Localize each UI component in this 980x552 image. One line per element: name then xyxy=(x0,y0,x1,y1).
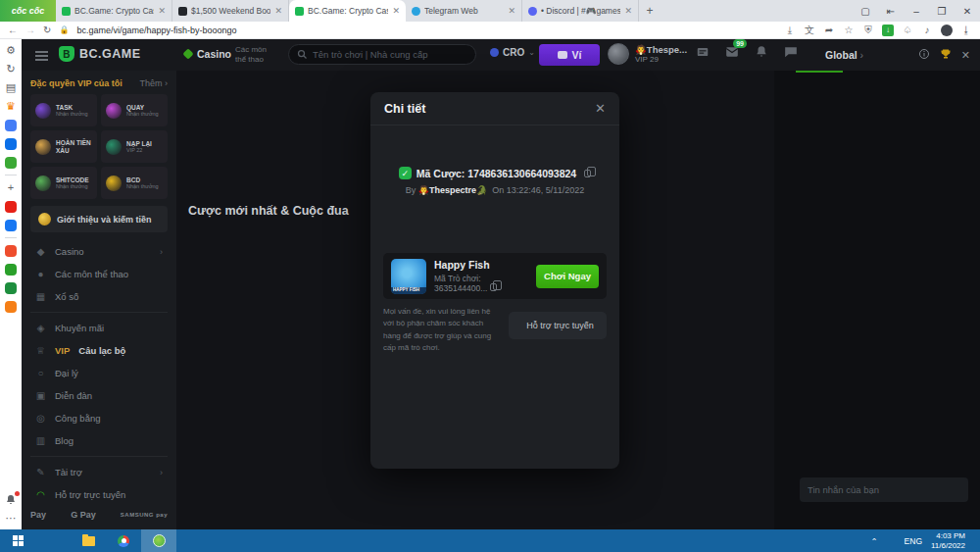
tab-close-icon[interactable]: ✕ xyxy=(158,6,166,16)
promo-card-quay[interactable]: QUAYNhận thưởng xyxy=(101,94,168,126)
reading-list-icon[interactable]: ▤ xyxy=(5,81,18,94)
language-indicator[interactable]: ENG xyxy=(905,536,922,546)
downloads-icon[interactable]: ⭳ xyxy=(960,25,972,36)
cart-icon[interactable] xyxy=(5,300,18,313)
sidebar-item-khuyến-mãi[interactable]: ◈Khuyến mãi xyxy=(30,317,168,339)
browser-tab[interactable]: $1,500 Weekend Booongo M✕ xyxy=(172,0,289,22)
browser-tab[interactable]: Telegram Web✕ xyxy=(406,0,522,22)
minimize-button[interactable]: – xyxy=(904,6,929,17)
chat-input-box[interactable] xyxy=(800,477,968,502)
crown-icon[interactable]: ♛ xyxy=(5,100,18,113)
star-icon[interactable]: ☆ xyxy=(843,25,855,36)
browser-tab[interactable]: • Discord | #🎮games | BC G✕ xyxy=(522,0,639,22)
zalo-icon[interactable] xyxy=(5,137,18,150)
browser-tab[interactable]: BC.Game: Crypto Casino Gan✕ xyxy=(56,0,172,22)
menu-icon[interactable] xyxy=(35,51,48,63)
promo-card-bcd[interactable]: BCDNhận thưởng xyxy=(101,167,168,199)
copy-icon[interactable] xyxy=(584,170,591,177)
coccoc-logo[interactable]: cốc cốc xyxy=(0,0,56,22)
chat-room-selector[interactable]: Global › xyxy=(825,49,863,61)
back-icon[interactable]: ← xyxy=(8,25,18,35)
add-icon[interactable]: + xyxy=(5,181,18,194)
sidebar-item-công-bằng[interactable]: ◎Công bằng xyxy=(30,407,168,429)
settings-icon[interactable]: ⚙ xyxy=(5,44,18,57)
sidebar-item-blog[interactable]: ▥Blog xyxy=(30,429,168,452)
sidebar-item-đại-lý[interactable]: ○Đại lý xyxy=(30,362,168,384)
file-explorer-icon[interactable] xyxy=(71,529,106,552)
currency-selector[interactable]: CRO⌄ xyxy=(490,47,535,58)
game-search[interactable] xyxy=(288,44,476,65)
promo-card-hoàn-tiền-xấu[interactable]: HOÀN TIỀN XẤU xyxy=(30,130,97,163)
facebook-icon[interactable] xyxy=(5,219,18,231)
sidebar-item-các-môn-thể-thao[interactable]: ●Các môn thể thao xyxy=(30,263,168,285)
nav-casino[interactable]: Casino xyxy=(184,48,231,60)
referral-banner[interactable]: Giới thiệu và kiếm tiền xyxy=(30,206,168,232)
url-text[interactable]: bc.game/vi/game/happy-fish-by-booongo xyxy=(76,25,236,35)
vip-perks-more[interactable]: Thêm › xyxy=(139,78,168,88)
wallet-button[interactable]: Ví xyxy=(539,44,600,66)
sidebar-item-diễn-đàn[interactable]: ▣Diễn đàn xyxy=(30,384,168,407)
close-button[interactable]: ✕ xyxy=(955,6,980,17)
more-icon[interactable]: ⋯ xyxy=(5,512,18,525)
browser-tab[interactable]: BC.Game: Crypto Casino Gan✕ xyxy=(289,0,406,22)
share-icon[interactable]: ➦ xyxy=(823,25,835,36)
promo-card-task[interactable]: TASKNhận thưởng xyxy=(30,94,97,126)
tab-close-icon[interactable]: ✕ xyxy=(624,6,632,16)
profile-avatar[interactable] xyxy=(941,25,953,36)
tab-close-icon[interactable]: ✕ xyxy=(508,6,515,16)
gift-icon[interactable] xyxy=(5,263,18,276)
maximize-button[interactable]: ❐ xyxy=(929,6,955,17)
chat-close-icon[interactable]: ✕ xyxy=(961,49,970,62)
save-page-icon[interactable]: ⤓ xyxy=(784,25,796,36)
sidebar-item-hỗ-trợ-trực-tuyến[interactable]: ◠Hỗ trợ trực tuyến xyxy=(30,483,168,506)
promo-card-shitcode[interactable]: SHITCODENhận thưởng xyxy=(30,167,97,199)
nav-sports[interactable]: Các môn thể thao xyxy=(235,45,276,65)
tab-close-icon[interactable]: ✕ xyxy=(392,6,400,16)
shopee-icon[interactable] xyxy=(5,244,18,257)
sidebar-item-tài-trợ[interactable]: ✎Tài trợ› xyxy=(30,461,168,483)
leaf-icon[interactable] xyxy=(5,281,18,294)
new-tab-button[interactable]: + xyxy=(639,0,661,22)
coccoc-taskbar-icon[interactable] xyxy=(141,529,176,552)
bet-author[interactable]: 🧛Thespectre🐊 xyxy=(418,185,487,195)
youtube-icon[interactable] xyxy=(5,200,18,213)
sidebar-item-câu-lạc-bộ[interactable]: ♕VIPCâu lạc bộ xyxy=(30,339,168,362)
reload-icon[interactable]: ↻ xyxy=(43,25,51,35)
ext-download-icon[interactable]: ↓ xyxy=(882,25,894,36)
tab-close-icon[interactable]: ✕ xyxy=(274,6,282,16)
tray-expand-icon[interactable]: ⌃ xyxy=(870,536,877,546)
notification-bell-icon[interactable] xyxy=(5,493,18,506)
user-avatar[interactable] xyxy=(608,43,629,65)
history-icon[interactable]: ↻ xyxy=(5,63,18,75)
chat-message-input[interactable] xyxy=(808,484,955,495)
trophy-icon[interactable] xyxy=(940,48,952,62)
media-icon[interactable]: ♪ xyxy=(921,25,933,36)
mail-icon[interactable]: 99 xyxy=(725,45,740,60)
chat-rules-icon[interactable] xyxy=(918,48,930,62)
gamepad-icon[interactable] xyxy=(5,156,18,169)
promo-card-nạp-lại[interactable]: NẠP LẠIVIP 22 xyxy=(101,130,168,163)
live-support-button[interactable]: Hỗ trợ trực tuyến xyxy=(509,312,607,339)
start-button[interactable] xyxy=(0,529,35,552)
copy-icon[interactable] xyxy=(490,283,497,291)
taskbar-search-icon[interactable] xyxy=(35,529,71,552)
user-info[interactable]: 🧛Thespe... VIP 29 xyxy=(635,44,687,64)
play-now-button[interactable]: Chơi Ngay xyxy=(536,265,599,288)
shield-icon[interactable]: ⛨ xyxy=(862,25,874,36)
restore-tab-icon[interactable]: ⇤ xyxy=(878,6,904,17)
forward-icon[interactable]: → xyxy=(25,25,35,35)
modal-close-icon[interactable]: ✕ xyxy=(595,101,606,116)
clock[interactable]: 4:03 PM11/6/2022 xyxy=(931,531,965,551)
bell-icon[interactable] xyxy=(755,45,769,60)
sidebar-item-xổ-số[interactable]: ▦Xổ số xyxy=(30,285,168,308)
vip-progress-icon[interactable] xyxy=(696,45,710,60)
bcgame-logo[interactable]: BBC.GAME xyxy=(59,46,141,62)
sidebar-item-casino[interactable]: ◆Casino› xyxy=(30,240,168,263)
tab-search-icon[interactable]: ▢ xyxy=(853,6,878,17)
translate-icon[interactable]: 文 xyxy=(804,25,815,36)
game-thumbnail[interactable]: HAPPY FISH xyxy=(391,259,426,294)
chrome-icon[interactable] xyxy=(106,529,141,552)
game-search-input[interactable] xyxy=(313,49,467,60)
messenger-icon[interactable] xyxy=(5,119,18,131)
extension-icon[interactable]: ♤ xyxy=(902,25,913,36)
